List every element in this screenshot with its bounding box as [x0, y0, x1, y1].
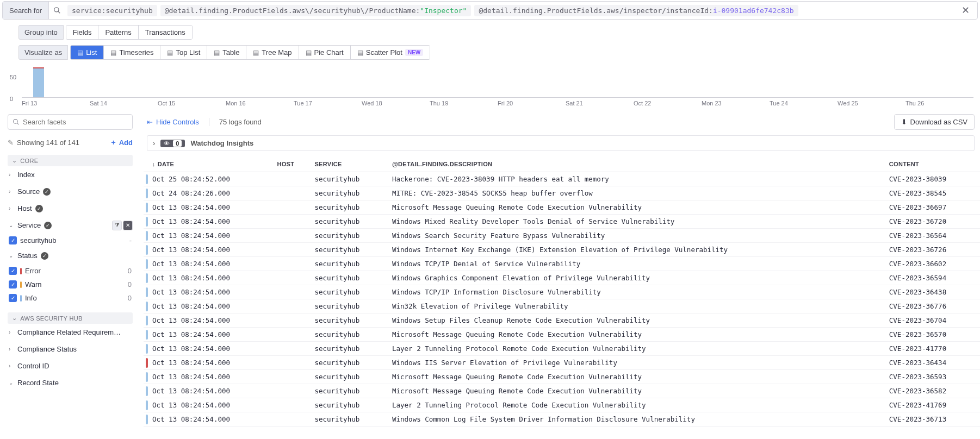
facet-search-input[interactable] [23, 118, 128, 126]
facet-label: Record State [17, 379, 59, 387]
svg-line-3 [17, 123, 18, 124]
search-for-label: Search for [3, 2, 49, 19]
facet-value-count: 0 [128, 280, 132, 289]
facet-value-info[interactable]: ✓Info0 [8, 291, 133, 305]
visualize-timeseries[interactable]: ▤Timeseries [104, 46, 160, 59]
cell-date: Oct 13 08:24:54.000 [148, 412, 272, 427]
table-row[interactable]: Oct 13 08:24:54.000securityhubWindows TC… [144, 257, 980, 271]
col-description[interactable]: @DETAIL.FINDING.DESCRIPTION [388, 156, 885, 172]
group-into-patterns[interactable]: Patterns [98, 26, 138, 39]
facet-value-warn[interactable]: ✓Warn0 [8, 278, 133, 291]
visualize-tree-map[interactable]: ▤Tree Map [246, 46, 299, 59]
section-aws-header[interactable]: ⌄ AWS SECURITY HUB [8, 312, 133, 324]
facet-aws-0[interactable]: ›Compliance Related Requirem… [8, 324, 133, 341]
x-tick: Oct 15 [158, 98, 226, 106]
checkbox-checked-icon[interactable]: ✓ [9, 236, 17, 244]
search-bar[interactable]: Search for service:securityhub@detail.fi… [2, 1, 978, 20]
timeseries-mini-chart[interactable]: 50 0 Fri 13Sat 14Oct 15Mon 16Tue 17Wed 1… [7, 67, 973, 106]
table-row[interactable]: Oct 13 08:24:54.000securityhubWindows II… [144, 356, 980, 370]
table-row[interactable]: Oct 13 08:24:54.000securityhubWindows Gr… [144, 271, 980, 285]
section-core-header[interactable]: ⌄ CORE [8, 155, 133, 166]
cell-service: securityhub [310, 412, 388, 427]
table-row[interactable]: Oct 13 08:24:54.000securityhubWindows Se… [144, 229, 980, 243]
table-row[interactable]: Oct 13 08:24:54.000securityhubWin32k Ele… [144, 299, 980, 313]
table-row[interactable]: Oct 13 08:24:54.000securityhubMicrosoft … [144, 200, 980, 215]
cell-service: securityhub [310, 328, 388, 342]
visualize-top-list[interactable]: ▤Top List [160, 46, 207, 59]
facet-status[interactable]: ⌄ Status ✓ [8, 247, 133, 264]
viz-icon: ▤ [306, 49, 312, 57]
watchdog-insights[interactable]: › 👁0 Watchdog Insights [147, 135, 975, 151]
table-row[interactable]: Oct 13 08:24:54.000securityhubWindows In… [144, 243, 980, 257]
col-service[interactable]: SERVICE [310, 156, 388, 172]
checkbox-checked-icon[interactable]: ✓ [9, 280, 17, 289]
cell-date: Oct 13 08:24:54.000 [148, 384, 272, 398]
chevron-right-icon: › [9, 172, 14, 178]
facet-host[interactable]: › Host ✓ [8, 200, 133, 217]
visualize-table[interactable]: ▤Table [207, 46, 246, 59]
cell-description: Windows Setup Files Cleanup Remote Code … [388, 313, 885, 328]
cell-date: Oct 13 08:24:54.000 [148, 370, 272, 384]
search-chip[interactable]: @detail.finding.ProductFields.aws\/secur… [160, 5, 472, 16]
group-into-fields[interactable]: Fields [66, 26, 99, 39]
facet-value-error[interactable]: ✓Error0 [8, 264, 133, 278]
x-tick: Thu 19 [430, 98, 498, 106]
add-facet-button[interactable]: ＋ Add [110, 137, 133, 147]
cell-description: Windows IIS Server Elevation of Privileg… [388, 356, 885, 370]
visualize-list[interactable]: ▤List [71, 46, 104, 59]
cell-host [272, 398, 310, 412]
table-row[interactable]: Oct 13 08:24:54.000securityhubWindows Mi… [144, 215, 980, 229]
group-into-transactions[interactable]: Transactions [139, 26, 192, 39]
col-date[interactable]: ↓DATE [148, 156, 272, 172]
chevron-down-icon: ⌄ [12, 315, 17, 322]
table-row[interactable]: Oct 13 08:24:54.000securityhubLayer 2 Tu… [144, 398, 980, 412]
search-chip[interactable]: service:securityhub [67, 5, 157, 16]
facet-aws-1[interactable]: ›Compliance Status [8, 341, 133, 358]
table-row[interactable]: Oct 13 08:24:54.000securityhubLayer 2 Tu… [144, 342, 980, 356]
search-chip[interactable]: @detail.finding.ProductFields.aws/inspec… [474, 5, 798, 16]
table-row[interactable]: Oct 13 08:24:54.000securityhubWindows Co… [144, 412, 980, 427]
checkbox-checked-icon[interactable]: ✓ [9, 267, 17, 275]
clear-search-button[interactable]: ✕ [954, 4, 977, 16]
facet-value-securityhub[interactable]: ✓ securityhub - [8, 234, 133, 247]
x-tick: Sat 21 [566, 98, 634, 106]
cell-description: Windows Internet Key Exchange (IKE) Exte… [388, 243, 885, 257]
cell-content: CVE-2023-36593 [885, 370, 980, 384]
facet-index[interactable]: › Index [8, 166, 133, 183]
checkbox-checked-icon[interactable]: ✓ [9, 294, 17, 302]
visualize-pie-chart[interactable]: ▤Pie Chart [299, 46, 351, 59]
facet-source[interactable]: › Source ✓ [8, 183, 133, 200]
col-host[interactable]: HOST [272, 156, 310, 172]
filter-icon[interactable]: ⧩ [112, 221, 122, 230]
group-into-label: Group into [18, 25, 64, 40]
download-csv-button[interactable]: ⬇ Download as CSV [894, 114, 975, 130]
table-row[interactable]: Oct 25 08:24:52.000securityhubHackerone:… [144, 172, 980, 186]
col-content[interactable]: CONTENT [885, 156, 980, 172]
x-tick: Mon 16 [226, 98, 294, 106]
cell-host [272, 271, 310, 285]
table-row[interactable]: Oct 24 08:24:26.000securityhubMITRE: CVE… [144, 186, 980, 200]
cell-host [272, 243, 310, 257]
facet-search[interactable] [8, 114, 133, 130]
chevron-right-icon: › [9, 205, 14, 211]
cell-description: Microsoft Message Queuing Remote Code Ex… [388, 200, 885, 215]
cell-service: securityhub [310, 200, 388, 215]
visualize-scatter-plot[interactable]: ▤Scatter PlotNEW [351, 46, 430, 59]
table-row[interactable]: Oct 13 08:24:54.000securityhubMicrosoft … [144, 328, 980, 342]
cell-service: securityhub [310, 243, 388, 257]
table-row[interactable]: Oct 13 08:24:54.000securityhubMicrosoft … [144, 384, 980, 398]
table-row[interactable]: Oct 13 08:24:54.000securityhubMicrosoft … [144, 370, 980, 384]
close-icon[interactable]: ✕ [123, 221, 133, 230]
check-icon: ✓ [35, 205, 43, 212]
search-chips[interactable]: service:securityhub@detail.finding.Produ… [65, 5, 954, 16]
table-row[interactable]: Oct 13 08:24:54.000securityhubWindows Se… [144, 313, 980, 328]
hide-controls-button[interactable]: ⇤ Hide Controls [147, 118, 199, 126]
cell-content: CVE-2023-36434 [885, 356, 980, 370]
cell-content: CVE-2023-41770 [885, 342, 980, 356]
facet-service[interactable]: ⌄ Service ✓ [8, 217, 112, 234]
pencil-icon: ✎ [8, 139, 14, 147]
table-row[interactable]: Oct 13 08:24:54.000securityhubWindows TC… [144, 285, 980, 299]
chart-bar[interactable] [33, 67, 44, 97]
facet-aws-2[interactable]: ›Control ID [8, 358, 133, 374]
facet-aws-3[interactable]: ⌄Record State [8, 374, 133, 391]
